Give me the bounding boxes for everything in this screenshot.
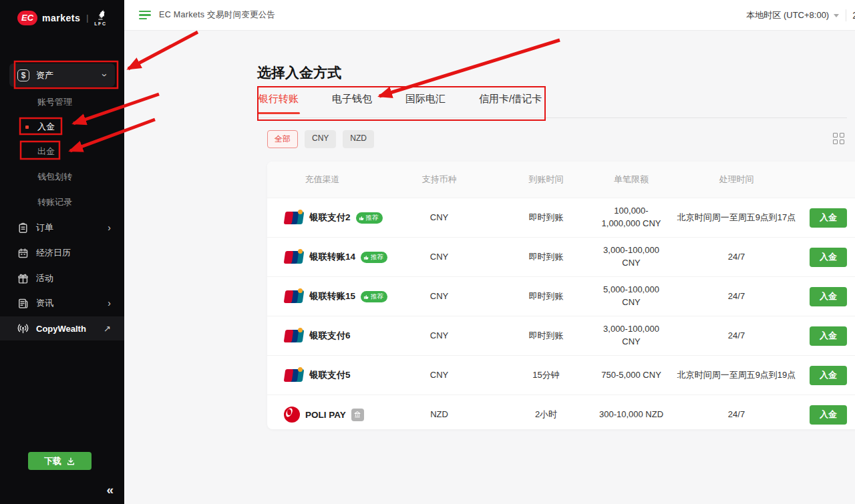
tab-credit-debit-card[interactable]: 信用卡/借记卡 <box>478 89 543 113</box>
grid-view-icon[interactable] <box>833 133 844 144</box>
deposit-button[interactable]: 入金 <box>810 287 847 306</box>
deposit-button[interactable]: 入金 <box>810 248 847 267</box>
sidebar-item-economic-calendar[interactable]: 经济日历 <box>0 244 124 262</box>
deposit-button[interactable]: 入金 <box>810 208 847 228</box>
channel-name: POLI PAY <box>305 410 346 420</box>
arrival-cell: 2小时 <box>501 409 591 421</box>
sidebar-item-news[interactable]: 资讯 › <box>0 294 124 312</box>
sidebar-item-activities[interactable]: 活动 <box>0 270 124 287</box>
arrival-cell: 即时到账 <box>501 290 591 303</box>
menu-label: 订单 <box>36 222 100 234</box>
poli-logo <box>284 407 300 423</box>
bank-transfer-badge <box>351 409 364 421</box>
bank-icon <box>353 411 361 419</box>
sidebar-item-assets[interactable]: $ 资产 › <box>9 63 115 87</box>
unionpay-logo <box>284 368 304 383</box>
sidebar-item-transfer-records[interactable]: 转账记录 <box>0 195 124 210</box>
table-row: 银联转账15 推荐 CNY 即时到账 5,000-100,000 CNY 24/… <box>267 276 855 316</box>
submenu-label: 账号管理 <box>37 96 72 108</box>
sidebar-item-deposit[interactable]: 入金 <box>0 119 124 134</box>
table-body: 银联支付2 推荐 CNY 即时到账 100,000-1,000,000 CNY … <box>267 198 855 429</box>
external-link-icon: ↗ <box>104 324 111 334</box>
sidebar-item-copywealth[interactable]: CopyWealth ↗ <box>0 316 124 340</box>
broadcast-icon <box>17 323 29 334</box>
deposit-button[interactable]: 入金 <box>810 405 847 425</box>
page-title: 选择入金方式 <box>257 63 341 82</box>
header-channel: 充值渠道 <box>267 174 377 186</box>
deposit-button[interactable]: 入金 <box>810 326 847 346</box>
table-row: 银联支付6 CNY 即时到账 3,000-100,000 CNY 24/7 入金 <box>267 316 855 355</box>
filter-all[interactable]: 全部 <box>267 130 298 148</box>
limit-cell: 100,000-1,000,000 CNY <box>591 205 671 230</box>
tab-international-wire[interactable]: 国际电汇 <box>404 89 447 113</box>
announcement-menu-icon[interactable] <box>139 11 151 20</box>
deposit-button[interactable]: 入金 <box>810 366 847 385</box>
active-dot <box>25 125 29 129</box>
download-icon <box>66 457 75 466</box>
hours-cell: 24/7 <box>671 251 802 264</box>
clipboard-icon <box>17 222 29 234</box>
channel-name: 银联支付5 <box>309 369 351 381</box>
currency-cell: CNY <box>377 212 501 224</box>
table-row: 银联转账14 推荐 CNY 即时到账 3,000-100,000 CNY 24/… <box>267 237 855 276</box>
thumbs-up-icon <box>359 215 365 221</box>
submenu-label: 入金 <box>37 121 55 133</box>
submenu-label: 转账记录 <box>37 196 72 208</box>
recommend-badge-label: 推荐 <box>366 214 379 222</box>
topbar-right: 本地时区 (UTC+8:00) 2 <box>746 9 855 21</box>
download-button[interactable]: 下载 <box>28 452 92 470</box>
limit-cell: 3,000-100,000 CNY <box>591 323 671 348</box>
menu-label: 活动 <box>36 272 111 284</box>
sidebar-item-account-management[interactable]: 账号管理 <box>0 95 124 109</box>
channel-name: 银联转账15 <box>309 290 355 302</box>
menu-label: 经济日历 <box>36 247 111 259</box>
submenu-label: 出金 <box>37 146 55 158</box>
news-icon <box>17 298 29 309</box>
channel-name: 银联支付2 <box>309 212 351 224</box>
chevron-right-icon: › <box>108 223 111 232</box>
channel-name: 银联转账14 <box>309 251 355 263</box>
lfc-label: LFC <box>94 21 106 26</box>
header-hours: 处理时间 <box>671 174 802 186</box>
hours-cell: 24/7 <box>671 409 802 421</box>
topbar-divider <box>846 9 846 21</box>
channel-name: 银联支付6 <box>309 330 351 342</box>
brand-name: markets <box>42 13 80 23</box>
filter-nzd[interactable]: NZD <box>343 130 374 148</box>
sidebar-item-wallet-transfer[interactable]: 钱包划转 <box>0 170 124 184</box>
table-header: 充值渠道 支持币种 到账时间 单笔限额 处理时间 <box>267 162 855 198</box>
sidebar-item-withdraw[interactable]: 出金 <box>0 144 124 159</box>
currency-cell: CNY <box>377 251 501 264</box>
table-row: POLI PAY NZD 2小时 300-10,000 NZD 24/7 入金 <box>267 395 855 429</box>
logo-divider: | <box>86 13 88 23</box>
sidebar-item-orders[interactable]: 订单 › <box>0 219 124 236</box>
announcement-link[interactable]: EC Markets 交易时间变更公告 <box>159 9 275 21</box>
limit-cell: 3,000-100,000 CNY <box>591 244 671 270</box>
ec-logo-icon: EC <box>17 11 37 25</box>
tab-bank-transfer[interactable]: 银行转账 <box>257 89 300 113</box>
sidebar-item-label: 资产 <box>36 69 97 81</box>
collapse-sidebar-icon[interactable]: « <box>106 483 114 497</box>
timezone-caret-icon[interactable] <box>834 14 839 17</box>
currency-cell: CNY <box>377 369 501 382</box>
currency-filters: 全部 CNY NZD <box>267 130 374 148</box>
currency-cell: NZD <box>377 409 501 421</box>
arrival-cell: 即时到账 <box>501 330 591 342</box>
currency-cell: CNY <box>377 290 501 303</box>
limit-cell: 300-10,000 NZD <box>591 409 671 421</box>
limit-cell: 5,000-100,000 CNY <box>591 284 671 309</box>
topbar: EC Markets 交易时间变更公告 本地时区 (UTC+8:00) 2 <box>124 0 855 31</box>
header-arrival: 到账时间 <box>501 174 591 186</box>
hours-cell: 北京时间周一至周五9点到17点 <box>671 212 802 224</box>
menu-label: 资讯 <box>36 297 100 309</box>
lfc-partner-logo: LFC <box>94 9 106 26</box>
table-row: 银联支付2 推荐 CNY 即时到账 100,000-1,000,000 CNY … <box>267 198 855 237</box>
main-content: 选择入金方式 银行转账 电子钱包 国际电汇 信用卡/借记卡 全部 CNY NZD… <box>124 31 855 504</box>
unionpay-logo <box>284 329 304 343</box>
download-label: 下载 <box>44 455 61 467</box>
menu-label: CopyWealth <box>36 324 96 334</box>
tab-ewallet[interactable]: 电子钱包 <box>331 89 373 113</box>
timezone-selector[interactable]: 本地时区 (UTC+8:00) <box>746 9 829 21</box>
brand-logo: EC markets | LFC <box>17 9 106 26</box>
filter-cny[interactable]: CNY <box>305 130 336 148</box>
